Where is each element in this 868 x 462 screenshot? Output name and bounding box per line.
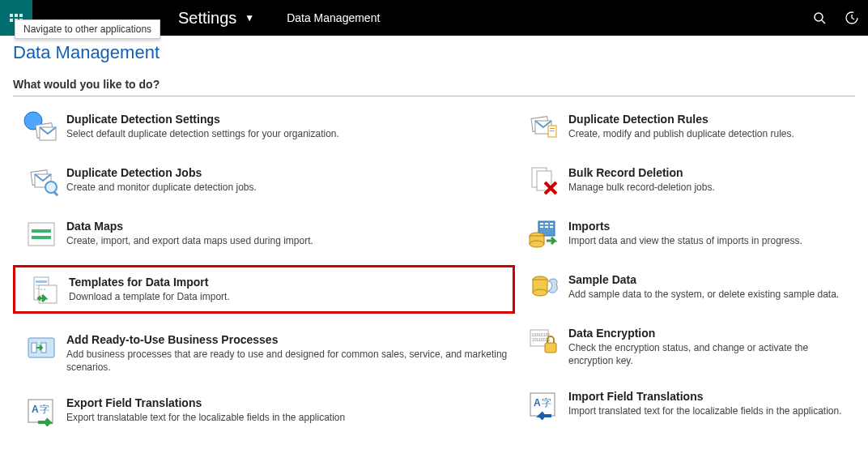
bulk-record-deletion-tile[interactable]: Bulk Record DeletionManage bulk record-d…	[515, 158, 855, 212]
templates-data-import-tile[interactable]: Templates for Data ImportDownload a temp…	[13, 265, 515, 314]
chevron-down-icon: ▼	[245, 12, 254, 24]
breadcrumb-current[interactable]: Data Management	[270, 11, 396, 24]
tile-desc: Import translated text for the localizab…	[568, 404, 852, 417]
duplicate-detection-jobs-tile[interactable]: Duplicate Detection JobsCreate and monit…	[13, 158, 515, 212]
tile-desc: Manage bulk record-deletion jobs.	[568, 181, 852, 194]
tile-icon	[19, 272, 69, 306]
page-title: Data Management	[13, 42, 855, 63]
tile-title: Data Maps	[66, 220, 512, 233]
import-field-translations-tile[interactable]: Import Field TranslationsImport translat…	[515, 382, 855, 435]
tile-icon	[518, 323, 568, 357]
recent-button[interactable]	[836, 0, 868, 36]
tile-icon	[518, 109, 568, 143]
tile-icon	[16, 330, 66, 364]
tile-desc: Create, modify and publish duplicate det…	[568, 127, 852, 140]
imports-tile[interactable]: ImportsImport data and view the status o…	[515, 212, 855, 265]
tile-desc: Import data and view the status of impor…	[568, 234, 852, 247]
tile-title: Import Field Translations	[568, 390, 852, 403]
settings-dropdown[interactable]: Settings ▼	[162, 9, 270, 28]
tile-desc: Create, import, and export data maps use…	[66, 234, 512, 247]
svg-point-50	[815, 13, 823, 21]
top-nav: Navigate to other applications ⌄ Setting…	[0, 0, 868, 36]
export-field-translations-tile[interactable]: Export Field TranslationsExport translat…	[13, 388, 515, 442]
svg-line-51	[822, 20, 825, 24]
tile-desc: Export translatable text for the localiz…	[66, 411, 512, 424]
tile-icon	[16, 163, 66, 197]
app-launcher-tooltip: Navigate to other applications	[15, 19, 160, 39]
tile-title: Duplicate Detection Settings	[66, 113, 512, 126]
tile-icon	[518, 270, 568, 304]
tile-title: Sample Data	[568, 273, 852, 286]
tile-title: Imports	[568, 220, 852, 233]
tile-title: Export Field Translations	[66, 396, 512, 409]
tile-icon	[518, 387, 568, 421]
section-prompt: What would you like to do?	[13, 78, 855, 96]
tile-title: Add Ready-to-Use Business Processes	[66, 333, 512, 346]
tile-title: Bulk Record Deletion	[568, 166, 852, 179]
tile-icon	[16, 216, 66, 250]
tile-desc: Check the encryption status, and change …	[568, 341, 852, 367]
duplicate-detection-rules-tile[interactable]: Duplicate Detection RulesCreate, modify …	[515, 105, 855, 158]
tile-icon	[518, 216, 568, 250]
duplicate-detection-settings-tile[interactable]: Duplicate Detection SettingsSelect defau…	[13, 105, 515, 158]
tile-desc: Select default duplicate detection setti…	[66, 127, 512, 140]
tile-title: Duplicate Detection Jobs	[66, 166, 512, 179]
tile-title: Data Encryption	[568, 327, 852, 340]
add-business-processes-tile[interactable]: Add Ready-to-Use Business ProcessesAdd b…	[13, 325, 515, 388]
tile-desc: Create and monitor duplicate detection j…	[66, 181, 512, 194]
tile-desc: Add business processes that are ready to…	[66, 348, 512, 374]
settings-label: Settings	[178, 9, 236, 28]
tile-desc: Add sample data to the system, or delete…	[568, 288, 852, 301]
history-icon	[845, 11, 859, 25]
tile-title: Duplicate Detection Rules	[568, 113, 852, 126]
tile-title: Templates for Data Import	[69, 276, 509, 289]
sample-data-tile[interactable]: Sample DataAdd sample data to the system…	[515, 265, 855, 319]
search-button[interactable]	[803, 0, 836, 36]
data-maps-tile[interactable]: Data MapsCreate, import, and export data…	[13, 212, 515, 265]
data-encryption-tile[interactable]: Data EncryptionCheck the encryption stat…	[515, 319, 855, 382]
tile-icon	[518, 163, 568, 197]
tile-icon	[16, 393, 66, 427]
search-icon	[813, 11, 826, 24]
tile-desc: Download a template for Data import.	[69, 290, 509, 303]
tile-icon	[16, 109, 66, 143]
